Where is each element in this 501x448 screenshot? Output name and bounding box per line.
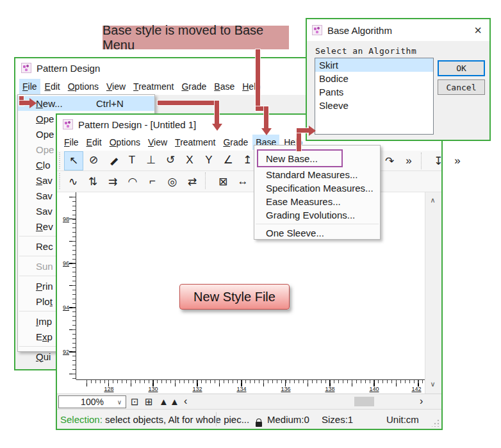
menu-edit[interactable]: Edit	[83, 135, 105, 150]
more-tools-chevron[interactable]: »	[400, 152, 418, 170]
move-y-tool[interactable]: Y	[200, 151, 218, 169]
preview-large-icon[interactable]: ▲	[170, 396, 179, 407]
file-menu-item-new[interactable]: New...Ctrl+N	[18, 96, 154, 111]
ok-button[interactable]: OK	[438, 60, 485, 76]
toolbar-grip[interactable]	[59, 153, 63, 169]
window-title: Pattern Design	[37, 63, 100, 74]
width-measure-tool[interactable]: ↔	[234, 172, 252, 190]
base-menu: New Base...Standard Measures...Specifica…	[254, 145, 381, 240]
corner-tool[interactable]: ⌐	[144, 172, 161, 190]
algorithm-item-skirt[interactable]: Skirt	[315, 58, 433, 72]
menu-grade[interactable]: Grade	[220, 135, 251, 150]
base-menu-item-one-sleeve[interactable]: One Sleeve...	[254, 226, 380, 240]
base-menu-item-ease-measures[interactable]: Ease Measures...	[254, 195, 380, 208]
window-title: Pattern Design - [Untitled 1]	[78, 119, 196, 130]
vertical-scrollbar[interactable]: ∧ ∨	[425, 192, 440, 394]
menu-base[interactable]: Base	[211, 79, 238, 94]
front-window: Pattern Design - [Untitled 1] FileEditOp…	[56, 113, 443, 430]
zoom-level-value: 100%	[81, 397, 104, 407]
menu-file[interactable]: File	[19, 79, 40, 94]
curve-arrow-tool[interactable]: ↷	[381, 152, 398, 170]
app-icon	[63, 119, 73, 129]
pleat-tool[interactable]: ⇅	[84, 172, 102, 190]
ellipse-tool[interactable]: ◎	[163, 172, 181, 190]
drop-point-tool[interactable]: ↧	[429, 152, 447, 170]
fit-screen-icon[interactable]: ⊞	[145, 396, 153, 408]
perpendicular-tool[interactable]: ⊥	[142, 151, 160, 169]
scroll-up-icon[interactable]: ∧	[425, 196, 440, 204]
dialog-titlebar[interactable]: Base Algorithm ×	[307, 19, 489, 41]
close-icon[interactable]: ×	[474, 25, 482, 35]
preview-small-icon[interactable]: ▲	[159, 396, 168, 407]
vertical-ruler: 98969492	[57, 192, 76, 379]
move-x-tool[interactable]: X	[181, 151, 199, 169]
status-sizes: Sizes:1	[322, 414, 353, 425]
base-menu-item-grading-evolutions[interactable]: Grading Evolutions...	[254, 208, 380, 222]
zoom-level-combo[interactable]: 100% ∨	[58, 395, 126, 408]
separator	[256, 224, 379, 224]
separator	[205, 172, 210, 189]
status-unit: Unit:cm	[386, 414, 419, 425]
rotate-tool[interactable]: ↺	[161, 151, 179, 169]
base-algorithm-dialog: Base Algorithm × Select an Algorithm Ski…	[306, 18, 491, 141]
select-tool[interactable]: ↖	[64, 151, 83, 170]
ruler-tool[interactable]: ▬	[100, 147, 126, 173]
scroll-right-icon[interactable]: ›	[420, 395, 423, 407]
chevron-down-icon[interactable]: ∨	[117, 399, 122, 406]
more-tools-chevron[interactable]: »	[448, 152, 466, 170]
scroll-down-icon[interactable]: ∨	[425, 380, 440, 388]
seam-box-tool[interactable]: ⊠	[214, 172, 232, 190]
menu-grade[interactable]: Grade	[178, 79, 209, 94]
menu-view[interactable]: View	[103, 79, 129, 94]
bottom-toolbar: 100% ∨ ⊡⊞▲▲ ‹ ›	[57, 394, 441, 409]
toolbar-row-2: ∿⇅⇉◠⌐◎⇄⊠↔	[57, 171, 441, 192]
status-selection: Selection: select objects, Alt for whole…	[60, 414, 249, 425]
status-divider	[216, 412, 217, 426]
base-menu-item-new-base[interactable]: New Base...	[257, 149, 343, 167]
arc-tool[interactable]: ◠	[124, 172, 142, 190]
algorithm-item-sleeve[interactable]: Sleeve	[315, 99, 433, 112]
base-menu-item-standard-measures[interactable]: Standard Measures...	[254, 168, 380, 181]
toolbar-grip[interactable]	[59, 173, 63, 190]
horizontal-ruler: 128130132134136138140142	[76, 379, 425, 394]
cancel-button[interactable]: Cancel	[438, 79, 485, 95]
screenshot-stage: Base style is moved to Base Menu Pattern…	[0, 0, 501, 448]
menu-edit[interactable]: Edit	[42, 79, 63, 94]
app-icon	[21, 63, 31, 73]
scroll-left-icon[interactable]: ‹	[184, 395, 187, 407]
dialog-label: Select an Algorithm	[315, 46, 416, 56]
annotation-banner: Base style is moved to Base Menu	[103, 26, 289, 49]
annotation-callout: New Style File	[179, 284, 290, 310]
status-medium: Medium:0	[267, 414, 309, 425]
status-bar: Selection: select objects, Alt for whole…	[57, 409, 441, 429]
menu-treatment[interactable]: Treatment	[172, 135, 218, 150]
angle-tool[interactable]: ∠	[219, 151, 237, 169]
separator	[421, 153, 426, 169]
menu-options[interactable]: Options	[65, 79, 102, 94]
menu-help[interactable]: Help	[239, 79, 264, 94]
algorithm-list: SkirtBodicePantsSleeve	[315, 58, 434, 135]
converge-tool[interactable]: ⇉	[104, 172, 122, 190]
app-icon	[312, 25, 322, 35]
mirror-tool[interactable]: ⇄	[183, 172, 201, 190]
fit-page-icon[interactable]: ⊡	[131, 396, 139, 408]
algorithm-item-bodice[interactable]: Bodice	[315, 72, 433, 85]
menu-file[interactable]: File	[61, 135, 82, 150]
resize-grip[interactable]	[432, 419, 439, 427]
lock-icon	[256, 422, 262, 427]
ruler-corner	[57, 379, 76, 394]
dialog-title: Base Algorithm	[327, 25, 392, 36]
algorithm-item-pants[interactable]: Pants	[315, 85, 433, 99]
curve-edit-tool[interactable]: ∿	[64, 172, 82, 190]
menu-view[interactable]: View	[145, 135, 170, 150]
toolbar-row-1-overflow: ↷»↧»	[381, 152, 441, 170]
menu-treatment[interactable]: Treatment	[130, 79, 177, 94]
horizontal-scrollbar-thumb[interactable]	[354, 397, 374, 406]
base-menu-item-specification-measures[interactable]: Specification Measures...	[254, 181, 380, 195]
